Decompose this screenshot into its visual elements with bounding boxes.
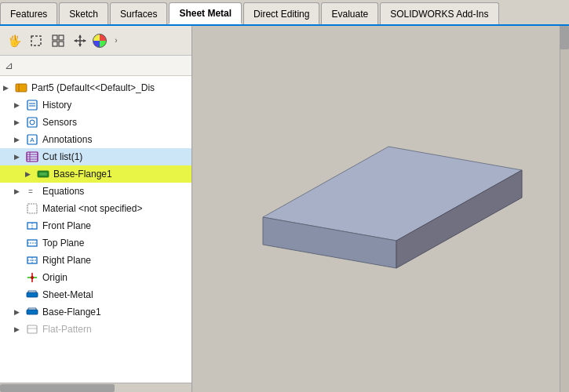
- tree-root[interactable]: ▶ Part5 (Default<<Default>_Dis: [0, 79, 191, 96]
- equations-icon: =: [25, 184, 39, 198]
- horizontal-scrollbar[interactable]: [0, 383, 191, 392]
- tree-item-material[interactable]: ▶ Material <not specified>: [0, 200, 191, 217]
- vertical-scrollbar-thumb[interactable]: [560, 26, 569, 49]
- front-plane-label: Front Plane: [42, 220, 188, 231]
- svg-point-17: [30, 120, 35, 125]
- root-icon: [14, 81, 28, 95]
- tree-item-equations[interactable]: ▶ = Equations: [0, 183, 191, 200]
- equations-label: Equations: [42, 186, 188, 197]
- svg-rect-26: [39, 172, 47, 176]
- tree-item-front-plane[interactable]: ▶ Front Plane: [0, 217, 191, 234]
- flat-pattern-label: Flat-Pattern: [42, 324, 188, 335]
- toolbar: 🖐: [0, 26, 191, 56]
- tree-item-origin[interactable]: ▶ Origin: [0, 269, 191, 286]
- box-select-button[interactable]: [27, 31, 46, 50]
- svg-text:=: =: [28, 187, 33, 196]
- cut-list-icon: [25, 150, 39, 164]
- material-icon: [25, 201, 39, 216]
- sheet-metal-icon: [25, 288, 39, 302]
- history-arrow: ▶: [14, 101, 25, 109]
- tree-item-flat-pattern[interactable]: ▶ Flat-Pattern: [0, 321, 191, 338]
- top-plane-icon: [25, 236, 39, 250]
- svg-rect-39: [27, 292, 38, 297]
- annotations-arrow: ▶: [14, 136, 25, 143]
- origin-label: Origin: [42, 272, 188, 283]
- base-flange1-sub-arrow: ▶: [25, 170, 36, 178]
- horizontal-scrollbar-thumb[interactable]: [0, 384, 115, 392]
- right-plane-icon: [25, 253, 39, 267]
- sensors-icon: [25, 115, 39, 129]
- tree-item-history[interactable]: ▶ History: [0, 96, 191, 114]
- tab-evaluate[interactable]: Evaluate: [321, 2, 378, 24]
- left-panel: 🖐: [0, 26, 192, 392]
- origin-icon: [25, 270, 39, 285]
- tree-item-base-flange1[interactable]: ▶ Base-Flange1: [0, 303, 191, 321]
- tab-surfaces[interactable]: Surfaces: [110, 2, 167, 24]
- 3d-model-view: [216, 107, 545, 311]
- svg-rect-11: [16, 84, 27, 92]
- equations-arrow: ▶: [14, 187, 25, 195]
- tree-item-top-plane[interactable]: ▶ Top Plane: [0, 234, 191, 252]
- svg-rect-0: [31, 36, 41, 45]
- main-layout: 🖐: [0, 26, 569, 392]
- svg-rect-41: [27, 325, 37, 333]
- svg-rect-2: [59, 35, 64, 40]
- base-flange1-sub-label: Base-Flange1: [53, 169, 188, 180]
- tab-direct-editing[interactable]: Direct Editing: [243, 2, 319, 24]
- filter-bar: ⊿: [0, 56, 191, 76]
- front-plane-icon: [25, 219, 39, 233]
- more-tools-chevron[interactable]: ›: [110, 31, 122, 50]
- tree-item-sensors[interactable]: ▶ Sensors: [0, 114, 191, 131]
- tree-item-sheet-metal[interactable]: ▶ Sheet-Metal: [0, 286, 191, 303]
- material-label: Material <not specified>: [42, 203, 188, 214]
- tab-solidworks-addins[interactable]: SOLIDWORKS Add-Ins: [380, 2, 498, 24]
- svg-rect-13: [27, 100, 37, 110]
- tab-features[interactable]: Features: [0, 2, 57, 24]
- svg-marker-9: [74, 39, 77, 42]
- svg-marker-10: [83, 39, 86, 42]
- annotations-label: Annotations: [42, 134, 188, 145]
- base-flange1-sub-icon: [36, 167, 50, 181]
- tree-item-right-plane[interactable]: ▶ Right Plane: [0, 252, 191, 269]
- top-plane-label: Top Plane: [42, 238, 188, 249]
- tree-item-cut-list[interactable]: ▶ Cut list(1): [0, 148, 191, 165]
- tab-bar: Features Sketch Surfaces Sheet Metal Dir…: [0, 0, 569, 26]
- svg-rect-1: [53, 35, 57, 40]
- svg-rect-40: [27, 310, 38, 314]
- cut-list-arrow: ▶: [14, 153, 25, 161]
- sensors-arrow: ▶: [14, 118, 25, 126]
- tab-sketch[interactable]: Sketch: [59, 2, 108, 24]
- tab-sheet-metal[interactable]: Sheet Metal: [169, 2, 242, 24]
- base-flange1-icon: [25, 305, 39, 319]
- right-plane-label: Right Plane: [42, 255, 188, 266]
- annotations-icon: A: [25, 132, 39, 147]
- svg-rect-4: [59, 42, 64, 46]
- svg-marker-8: [78, 44, 82, 47]
- sensors-label: Sensors: [42, 117, 188, 128]
- svg-marker-7: [78, 34, 82, 38]
- root-arrow: ▶: [3, 84, 14, 92]
- base-flange1-arrow: ▶: [14, 308, 25, 316]
- pan-tool-button[interactable]: 🖐: [5, 31, 24, 50]
- move-button[interactable]: [71, 31, 89, 50]
- tree-item-base-flange1-sub[interactable]: ▶ Base-Flange1: [0, 165, 191, 183]
- flat-pattern-icon: [25, 322, 39, 336]
- svg-rect-3: [53, 42, 57, 46]
- history-label: History: [42, 100, 188, 111]
- 3d-viewport[interactable]: [192, 26, 569, 392]
- appearance-button[interactable]: [93, 34, 107, 48]
- tree-toggle-button[interactable]: [49, 31, 67, 50]
- box-select-icon: [30, 34, 42, 47]
- svg-point-38: [31, 276, 34, 279]
- svg-rect-16: [27, 118, 37, 127]
- tree-toggle-icon: [52, 34, 64, 47]
- root-label: Part5 (Default<<Default>_Dis: [31, 82, 188, 93]
- vertical-scrollbar[interactable]: [560, 26, 569, 392]
- base-flange1-label: Base-Flange1: [42, 307, 188, 318]
- svg-rect-28: [27, 204, 37, 213]
- sheet-metal-label: Sheet-Metal: [42, 289, 188, 300]
- svg-text:A: A: [30, 136, 35, 143]
- crosshair-icon: [74, 34, 86, 47]
- history-icon: [25, 98, 39, 112]
- tree-item-annotations[interactable]: ▶ A Annotations: [0, 131, 191, 148]
